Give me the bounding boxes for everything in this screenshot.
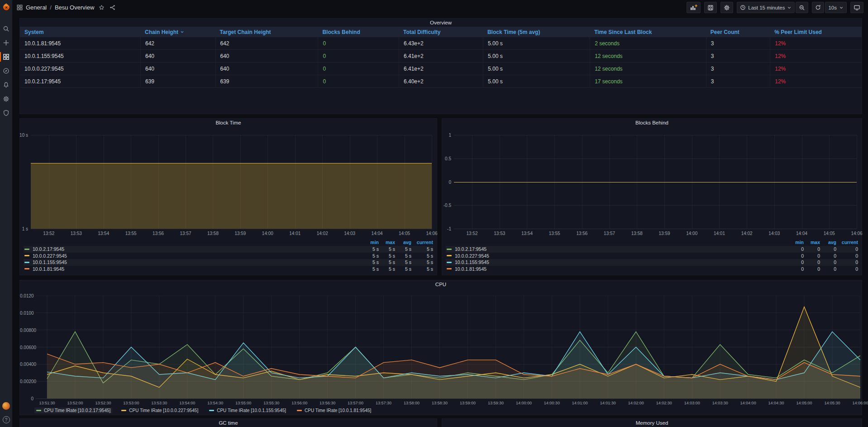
y-axis-label: 0.00600 — [20, 345, 33, 350]
sidebar-item-create[interactable] — [0, 36, 12, 50]
legend-series-name[interactable]: 10.0.0.227:9545 — [24, 253, 362, 259]
x-axis-label: 14:04 — [796, 231, 807, 236]
series-label: 10.0.2.17:9545 — [455, 246, 486, 252]
add-panel-button[interactable] — [687, 2, 701, 13]
x-axis-label: 14:05 — [824, 231, 835, 236]
table-column-header[interactable]: Time Since Last Block — [590, 27, 706, 37]
legend-series-name[interactable]: CPU Time IRate [10.0.1.81:9545] — [295, 408, 373, 413]
legend-stat-header[interactable]: min — [362, 240, 379, 246]
legend-row: 10.0.0.227:95455 s5 s5 s5 s — [24, 253, 433, 259]
table-column-header[interactable]: Target Chain Height — [215, 27, 318, 37]
legend-series-name[interactable]: 10.0.1.81:9545 — [24, 266, 362, 272]
legend-series-name[interactable]: CPU Time IRate [10.0.1.155:9545] — [207, 408, 288, 413]
table-column-header[interactable]: Total Difficulty — [399, 27, 483, 37]
refresh-button[interactable] — [812, 2, 824, 13]
panel-title[interactable]: GC time — [20, 420, 437, 426]
sidebar-item-dashboards[interactable] — [0, 50, 12, 64]
table-cell: 642 — [215, 37, 318, 50]
block-time-plot[interactable] — [31, 135, 432, 229]
legend-stat-header[interactable]: current — [411, 240, 433, 246]
series-label: 10.0.1.155:9545 — [33, 259, 67, 265]
breadcrumb-folder[interactable]: General — [26, 4, 47, 11]
series-color-dash — [24, 268, 29, 269]
x-axis-label: 14:04 — [372, 231, 383, 236]
legend-stat-value: 5 s — [379, 253, 395, 259]
legend-stat-header[interactable]: current — [836, 240, 858, 246]
save-dashboard-icon — [707, 5, 714, 11]
sidebar-item-search[interactable] — [0, 22, 12, 36]
cycle-view-button[interactable] — [850, 2, 863, 13]
table-cell: 5.00 s — [483, 75, 590, 88]
share-icon[interactable] — [110, 5, 115, 10]
legend-series-name[interactable]: 10.0.2.17:9545 — [447, 246, 787, 252]
legend-series-name[interactable]: 10.0.1.155:9545 — [447, 259, 787, 265]
table-column-header-label: Time Since Last Block — [594, 29, 652, 35]
breadcrumb-dashboard-title[interactable]: Besu Overview — [55, 4, 94, 11]
legend-header-row: minmaxavgcurrent — [446, 240, 858, 246]
table-cell: 3 — [706, 75, 770, 88]
legend-series-name[interactable]: CPU Time IRate [10.0.0.227:9545] — [119, 408, 200, 413]
table-column-header[interactable]: % Peer Limit Used — [770, 27, 862, 37]
legend-stat-header[interactable]: min — [787, 240, 804, 246]
gridline — [454, 205, 857, 206]
legend-series-name[interactable]: 10.0.1.155:9545 — [24, 259, 362, 265]
x-axis-label: 14:01 — [714, 231, 725, 236]
legend-series-name[interactable]: 10.0.0.227:9545 — [447, 253, 787, 259]
gridline — [31, 135, 432, 135]
panel-title[interactable]: Memory Used — [442, 420, 862, 426]
star-icon[interactable] — [99, 5, 105, 10]
table-column-header[interactable]: Peer Count — [706, 27, 770, 37]
legend-series-name[interactable]: CPU Time IRate [10.0.2.17:9545] — [34, 408, 112, 413]
help-question-icon[interactable]: ? — [3, 416, 10, 423]
legend-stat-value: 5 s — [411, 246, 433, 252]
legend-header-row: minmaxavgcurrent — [24, 240, 433, 246]
legend-row: 10.0.1.155:95450000 — [446, 259, 858, 266]
legend-series-name[interactable]: 10.0.1.81:9545 — [447, 266, 787, 272]
refresh-interval-picker[interactable]: 10s — [825, 2, 847, 13]
x-axis-label: 13:56:00 — [291, 401, 307, 405]
chevron-down-icon — [787, 5, 792, 10]
sidebar-item-server-admin[interactable] — [0, 106, 12, 120]
legend-stat-header[interactable]: avg — [395, 240, 411, 246]
table-column-header[interactable]: System — [20, 27, 140, 37]
gc-time-panel: GC time — [19, 418, 437, 427]
legend-stat-header[interactable]: avg — [820, 240, 836, 246]
table-column-header[interactable]: Blocks Behind — [318, 27, 399, 37]
gridline — [432, 135, 432, 229]
blocks-behind-plot[interactable] — [454, 135, 857, 229]
table-cell: 640 — [215, 62, 318, 75]
x-axis-label: 13:55:00 — [235, 401, 251, 405]
panel-title[interactable]: Blocks Behind — [442, 120, 862, 125]
table-column-header[interactable]: Block Time (5m avg) — [483, 27, 590, 37]
cpu-chart-svg — [36, 296, 860, 398]
grafana-logo[interactable] — [2, 2, 11, 12]
sidebar-item-alerting[interactable] — [0, 78, 12, 92]
legend-stat-header[interactable]: max — [379, 240, 395, 246]
legend-stat-header[interactable]: max — [804, 240, 820, 246]
table-column-header[interactable]: Chain Height — [140, 27, 215, 37]
legend-stat-value: 5 s — [411, 259, 433, 265]
x-axis-label: 13:56 — [576, 231, 587, 236]
zoom-out-time-button[interactable] — [796, 2, 808, 13]
table-cell: 12 seconds — [590, 62, 706, 75]
legend-series-name[interactable]: 10.0.2.17:9545 — [24, 246, 362, 252]
sidebar-item-explore[interactable] — [0, 64, 12, 78]
sidebar-item-configuration[interactable] — [0, 92, 12, 106]
dashboard-settings-button[interactable] — [720, 2, 733, 13]
user-avatar[interactable] — [2, 402, 10, 410]
panel-title[interactable]: CPU — [20, 282, 862, 287]
legend-stat-value: 0 — [787, 253, 804, 259]
legend-stat-value: 0 — [787, 259, 804, 265]
save-dashboard-button[interactable] — [704, 2, 717, 13]
panel-title[interactable]: Overview — [20, 20, 862, 25]
table-cell: 12% — [770, 62, 862, 75]
table-cell: 0 — [318, 62, 399, 75]
cpu-plot[interactable] — [36, 296, 860, 399]
panel-title[interactable]: Block Time — [20, 120, 437, 125]
series-color-dash — [36, 410, 41, 411]
table-cell: 6.40e+2 — [399, 75, 483, 88]
legend-stat-value: 0 — [804, 259, 820, 265]
series-color-dash — [24, 249, 29, 250]
time-range-label: Last 15 minutes — [748, 5, 785, 10]
time-range-picker[interactable]: Last 15 minutes — [737, 2, 795, 13]
